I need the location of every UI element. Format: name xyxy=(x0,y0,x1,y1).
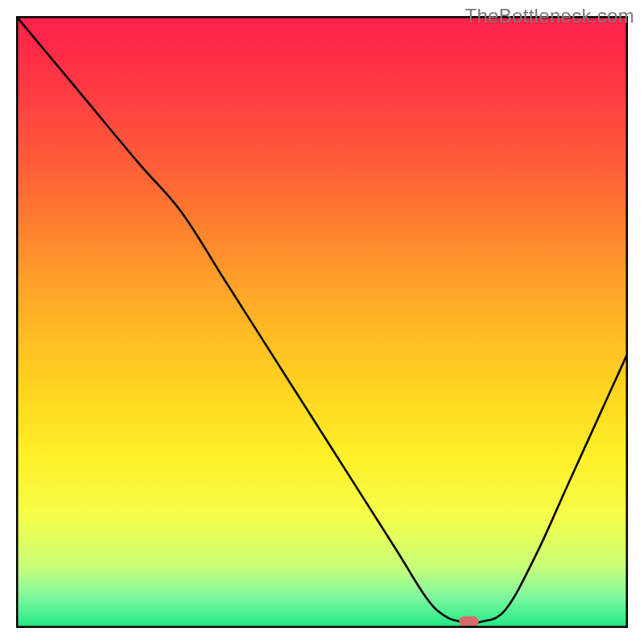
chart-container: TheBottleneck.com xyxy=(0,0,644,644)
watermark-text: TheBottleneck.com xyxy=(464,5,634,27)
plot-area xyxy=(16,16,628,628)
chart-svg xyxy=(16,16,628,628)
gradient-background xyxy=(16,16,628,628)
optimal-marker xyxy=(459,617,478,628)
